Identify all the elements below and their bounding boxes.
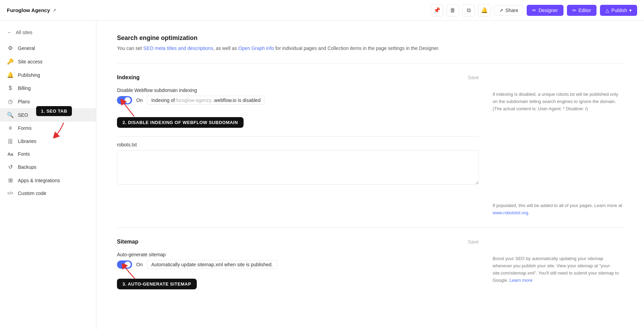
indexing-title: Indexing bbox=[117, 74, 140, 81]
share-button[interactable]: ↗ Share bbox=[494, 5, 523, 16]
sidebar-item-general[interactable]: ⚙ General bbox=[0, 41, 96, 55]
back-arrow-icon: ← bbox=[7, 30, 12, 35]
editor-label: Editor bbox=[579, 8, 591, 13]
sidebar-fonts-label: Fonts bbox=[18, 151, 30, 157]
publish-chevron-icon: ▾ bbox=[629, 8, 632, 13]
annotation-3-container: 3. AUTO-GENERATE SITEMAP bbox=[117, 279, 479, 289]
sidebar-item-backups[interactable]: ↺ Backups bbox=[0, 160, 96, 174]
main-layout: ← All sites ⚙ General 🔑 Site access 🔔 Pu… bbox=[0, 21, 644, 330]
sidebar-site-access-label: Site access bbox=[18, 59, 43, 64]
sidebar-billing-label: Billing bbox=[18, 85, 31, 91]
sidebar-item-fonts[interactable]: Aa Fonts bbox=[0, 148, 96, 160]
indexing-field-label: Disable Webflow subdomain indexing bbox=[117, 87, 479, 93]
sidebar-back[interactable]: ← All sites bbox=[0, 26, 96, 39]
sidebar-item-site-access[interactable]: 🔑 Site access bbox=[0, 55, 96, 68]
sidebar-backups-label: Backups bbox=[18, 164, 36, 170]
sitemap-panel-header: Sitemap Save bbox=[117, 239, 479, 245]
topbar: Furoglow Agency ↗ 📌 🗑 ⧉ 🔔 ↗ Share ✏ Desi… bbox=[0, 0, 644, 21]
forms-icon: ≡ bbox=[7, 125, 14, 131]
sidebar-item-billing[interactable]: $ Billing bbox=[0, 82, 96, 95]
sidebar-custom-code-label: Custom code bbox=[18, 190, 46, 196]
indexing-right: If indexing is disabled, a unique robots… bbox=[493, 74, 623, 216]
robots-side-note: If populated, this will be added to all … bbox=[493, 202, 623, 217]
sitemap-title: Sitemap bbox=[117, 239, 138, 245]
site-access-icon: 🔑 bbox=[7, 58, 14, 65]
page-description: You can set SEO meta titles and descript… bbox=[117, 44, 623, 52]
sitemap-section: Sitemap Save Auto-generate sitemap On Au… bbox=[117, 239, 623, 289]
editor-icon: ✏ bbox=[572, 8, 577, 13]
plans-icon: ◷ bbox=[7, 98, 14, 105]
og-link[interactable]: Open Graph info bbox=[238, 45, 274, 51]
sitemap-save-button[interactable]: Save bbox=[468, 239, 479, 245]
sidebar-general-label: General bbox=[18, 45, 35, 51]
indexing-suffix: .webflow.io is disabled bbox=[213, 97, 261, 103]
pin-button[interactable]: 📌 bbox=[431, 4, 443, 17]
sitemap-toggle[interactable] bbox=[117, 260, 132, 269]
seo-icon: 🔍 bbox=[7, 112, 14, 118]
sidebar-item-forms[interactable]: ≡ Forms bbox=[0, 122, 96, 135]
designer-button[interactable]: ✏ Designer bbox=[527, 5, 563, 16]
sidebar-plans-label: Plans bbox=[18, 99, 30, 104]
fonts-icon: Aa bbox=[7, 152, 14, 157]
content-area: Search engine optimization You can set S… bbox=[96, 21, 644, 330]
designer-label: Designer bbox=[538, 8, 558, 13]
billing-icon: $ bbox=[7, 85, 14, 91]
indexing-save-button[interactable]: Save bbox=[468, 75, 479, 80]
sidebar-item-publishing[interactable]: 🔔 Publishing bbox=[0, 68, 96, 82]
robots-textarea[interactable] bbox=[117, 150, 479, 185]
apps-icon: ⊞ bbox=[7, 177, 14, 184]
annotation-tooltip-3: 3. AUTO-GENERATE SITEMAP bbox=[117, 279, 197, 289]
alert-button[interactable]: 🔔 bbox=[478, 4, 491, 17]
sitemap-learn-more-link[interactable]: Learn more bbox=[509, 278, 532, 283]
back-label: All sites bbox=[16, 30, 32, 35]
seo-link[interactable]: SEO meta titles and descriptions bbox=[143, 45, 213, 51]
share-icon: ↗ bbox=[499, 8, 503, 13]
sitemap-status-label: Automatically update sitemap.xml when si… bbox=[147, 260, 277, 269]
sidebar-item-custom-code[interactable]: </> Custom code bbox=[0, 187, 96, 199]
site-name: Furoglow Agency bbox=[7, 7, 50, 13]
sidebar-item-libraries[interactable]: ||| Libraries bbox=[0, 135, 96, 148]
divider-2 bbox=[117, 227, 623, 228]
sitemap-toggle-row: On Automatically update sitemap.xml when… bbox=[117, 260, 479, 269]
indexing-panel-header: Indexing Save bbox=[117, 74, 479, 81]
publish-button[interactable]: △ Publish ▾ bbox=[600, 5, 637, 16]
trash-button[interactable]: 🗑 bbox=[447, 4, 459, 17]
indexing-toggle-row: On Indexing of furoglow-agency .webflow.… bbox=[117, 96, 479, 105]
editor-button[interactable]: ✏ Editor bbox=[567, 5, 597, 16]
indexing-side-note: If indexing is disabled, a unique robots… bbox=[493, 91, 623, 112]
custom-code-icon: </> bbox=[7, 191, 14, 196]
sidebar-item-apps[interactable]: ⊞ Apps & Integrations bbox=[0, 174, 96, 187]
indexing-prefix: Indexing of bbox=[151, 97, 175, 103]
robots-divider bbox=[117, 136, 479, 136]
publish-icon: △ bbox=[605, 8, 609, 13]
sidebar-publishing-label: Publishing bbox=[18, 72, 40, 78]
divider-1 bbox=[117, 63, 623, 63]
annotation-tooltip-2: 2. DISABLE INDEXING OF WEBFLOW SUBDOMAIN bbox=[117, 117, 244, 128]
sitemap-right: Boost your SEO by automatically updating… bbox=[493, 239, 623, 284]
share-label: Share bbox=[505, 8, 518, 13]
sidebar-forms-label: Forms bbox=[18, 125, 32, 131]
sidebar-apps-label: Apps & Integrations bbox=[18, 178, 60, 183]
libraries-icon: ||| bbox=[7, 138, 14, 144]
robotstxt-link[interactable]: www.robotstxt.org bbox=[493, 210, 528, 215]
indexing-subdomain: furoglow-agency bbox=[176, 97, 212, 103]
publish-label: Publish bbox=[611, 8, 627, 13]
indexing-section: Indexing Save Disable Webflow subdomain … bbox=[117, 74, 623, 216]
annotation-2-container: 2. DISABLE INDEXING OF WEBFLOW SUBDOMAIN bbox=[117, 117, 479, 128]
sidebar-seo-label: SEO bbox=[18, 112, 28, 118]
indexing-toggle[interactable] bbox=[117, 96, 132, 104]
copy-button[interactable]: ⧉ bbox=[462, 4, 475, 17]
indexing-toggle-text: On bbox=[136, 97, 143, 103]
topbar-left: Furoglow Agency ↗ bbox=[7, 7, 56, 13]
external-link-icon: ↗ bbox=[53, 8, 56, 13]
sitemap-field-label: Auto-generate sitemap bbox=[117, 252, 479, 257]
sitemap-side-note: Boost your SEO by automatically updating… bbox=[493, 255, 623, 284]
indexing-status-label: Indexing of furoglow-agency .webflow.io … bbox=[147, 96, 265, 105]
sitemap-toggle-text: On bbox=[136, 262, 143, 267]
robots-field-label: robots.txt bbox=[117, 142, 479, 147]
sidebar: ← All sites ⚙ General 🔑 Site access 🔔 Pu… bbox=[0, 21, 96, 330]
annotation-tooltip-1: 1. SEO TAB bbox=[36, 106, 72, 116]
sitemap-left: Sitemap Save Auto-generate sitemap On Au… bbox=[117, 239, 479, 289]
backups-icon: ↺ bbox=[7, 164, 14, 170]
topbar-right: 📌 🗑 ⧉ 🔔 ↗ Share ✏ Designer ✏ Editor △ Pu… bbox=[431, 4, 637, 17]
